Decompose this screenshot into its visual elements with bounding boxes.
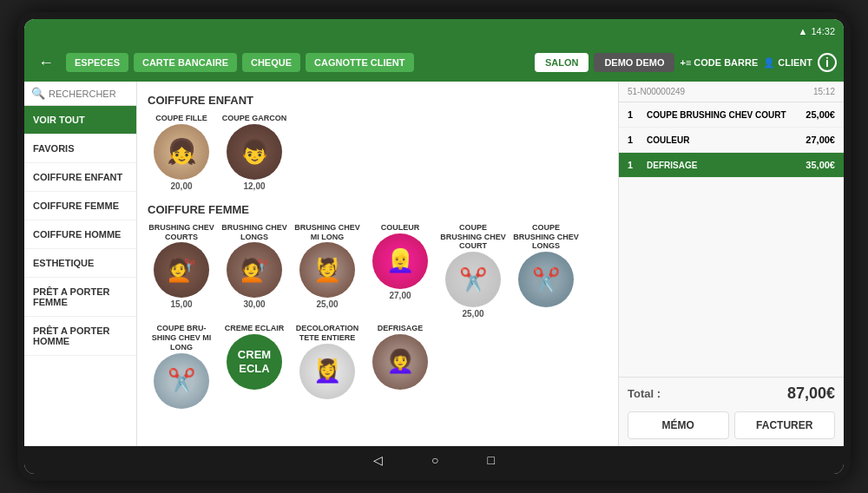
product-img-deco: 💆‍♀️ <box>299 344 355 399</box>
product-price-brushing-courts: 15,00 <box>170 299 192 309</box>
facturer-button[interactable]: FACTURER <box>734 411 836 439</box>
product-label-brushing-milong: BRUSHING CHEV MI LONG <box>293 223 361 242</box>
client-button[interactable]: 👤 CLIENT <box>763 57 812 69</box>
cart-items: 1 COUPE BRUSHING CHEV COURT 25,00€ 1 COU… <box>619 102 844 377</box>
product-label-brushing-courts: BRUSHING CHEV COURTS <box>148 223 215 242</box>
category-enfant-title: COIFFURE ENFANT <box>148 94 608 107</box>
product-label-cbl: COUPE BRUSHING CHEV LONGS <box>512 223 580 251</box>
sidebar-item-coiffure-femme[interactable]: COIFFURE FEMME <box>24 192 136 220</box>
product-defrisage[interactable]: DEFRISAGE 👩‍🦱 <box>366 324 434 410</box>
product-img-brushing-milong: 💆 <box>299 242 355 298</box>
android-nav: ◁ ○ □ <box>24 446 844 474</box>
cart-item-1[interactable]: 1 COULEUR 27,00€ <box>619 128 844 153</box>
pay-especes-button[interactable]: ESPECES <box>66 53 128 72</box>
cart-order-time: 15:12 <box>813 87 835 96</box>
salon-button[interactable]: SALON <box>535 53 589 72</box>
search-input[interactable] <box>49 89 118 99</box>
cart-order-id: 51-N00000249 <box>628 87 685 96</box>
product-label-1: COUPE GARCON <box>222 114 287 123</box>
product-couleur[interactable]: COULEUR 👱‍♀️ 27,00 <box>366 223 434 319</box>
product-label-couleur: COULEUR <box>381 223 420 233</box>
product-brushing-longs[interactable]: BRUSHING CHEV LONGS 💇 30,00 <box>220 223 288 319</box>
product-img-brushing-longs: 💇 <box>227 242 282 298</box>
main-content: 🔍 VOIR TOUT FAVORIS COIFFURE ENFANT COIF… <box>24 82 844 446</box>
product-label-creme: CREME ECLAIR <box>225 324 285 333</box>
creme-text: CREMECLA <box>238 348 271 375</box>
product-price-couleur: 27,00 <box>389 291 411 300</box>
product-img-coupe-garcon: 👦 <box>227 124 282 180</box>
cart-qty-2: 1 <box>628 160 641 170</box>
product-label-cbm: COUPE BRU-SHING CHEV MI LONG <box>148 324 215 352</box>
client-label: CLIENT <box>778 57 812 68</box>
cart-price-1: 27,00€ <box>806 135 835 145</box>
cart-total-amount: 87,00€ <box>787 385 835 403</box>
cart-qty-1: 1 <box>628 135 641 145</box>
cart-total: Total : 87,00€ <box>628 385 835 403</box>
android-back-button[interactable]: ◁ <box>366 450 390 470</box>
tablet-frame: ▲ 14:32 ← ESPECES CARTE BANCAIRE CHEQUE … <box>17 12 851 481</box>
user-icon: 👤 <box>763 57 775 69</box>
product-decoloration[interactable]: DECOLORATION TETE ENTIERE 💆‍♀️ <box>293 324 361 410</box>
cart-name-0: COUPE BRUSHING CHEV COURT <box>647 110 806 120</box>
status-time: 14:32 <box>811 26 835 36</box>
sidebar-item-pret-femme[interactable]: PRÊT A PORTER FEMME <box>24 278 136 317</box>
product-coupe-brushing-longs[interactable]: COUPE BRUSHING CHEV LONGS ✂️ <box>512 223 580 319</box>
sidebar-item-coiffure-homme[interactable]: COIFFURE HOMME <box>24 220 136 249</box>
sidebar-item-favoris[interactable]: FAVORIS <box>24 135 136 163</box>
product-price-coupe-garcon: 12,00 <box>243 181 265 191</box>
memo-button[interactable]: MÉMO <box>628 411 729 439</box>
barcode-plus-icon: +≡ <box>680 57 691 68</box>
sidebar-items: VOIR TOUT FAVORIS COIFFURE ENFANT COIFFU… <box>24 106 136 446</box>
product-price-cbc: 25,00 <box>462 309 483 319</box>
product-coupe-brushing-court[interactable]: COUPE BRUSHING CHEV COURT ✂️ 25,00 <box>439 223 507 319</box>
android-recent-button[interactable]: □ <box>481 450 502 470</box>
product-label-cbc: COUPE BRUSHING CHEV COURT <box>439 223 507 251</box>
product-price-coupe-fille: 20,00 <box>170 181 192 191</box>
pay-carte-button[interactable]: CARTE BANCAIRE <box>134 53 237 72</box>
product-brushing-courts[interactable]: BRUSHING CHEV COURTS 💇 15,00 <box>148 223 215 319</box>
product-label-defrisage: DEFRISAGE <box>378 324 424 333</box>
products-grid-enfant: COUPE FILLE 👧 20,00 COUPE GARCON 👦 12,00 <box>148 114 608 191</box>
cart-footer: Total : 87,00€ MÉMO FACTURER <box>619 377 844 446</box>
product-img-cbm: ✂️ <box>154 353 209 409</box>
product-brushing-milong[interactable]: BRUSHING CHEV MI LONG 💆 25,00 <box>293 223 361 319</box>
product-img-defrisage: 👩‍🦱 <box>372 334 428 390</box>
cart-qty-0: 1 <box>628 109 641 120</box>
products-area: COIFFURE ENFANT COUPE FILLE 👧 20,00 COUP… <box>137 82 618 446</box>
cart-header: 51-N00000249 15:12 <box>619 82 844 102</box>
back-button[interactable]: ← <box>31 50 61 76</box>
sidebar-item-pret-homme[interactable]: PRÊT A PORTER HOMME <box>24 317 136 356</box>
top-nav: ← ESPECES CARTE BANCAIRE CHEQUE CAGNOTTE… <box>24 43 844 82</box>
product-coupe-bru-mi[interactable]: COUPE BRU-SHING CHEV MI LONG ✂️ <box>148 324 215 410</box>
cart-actions: MÉMO FACTURER <box>628 411 835 439</box>
pay-cagnotte-button[interactable]: CAGNOTTE CLIENT <box>306 53 414 72</box>
android-home-button[interactable]: ○ <box>424 450 445 470</box>
product-img-couleur: 👱‍♀️ <box>372 233 428 289</box>
cart-name-1: COULEUR <box>647 135 806 145</box>
cart-item-2[interactable]: 1 DEFRISAGE 35,00€ <box>619 153 844 178</box>
sidebar-item-esthetique[interactable]: ESTHETIQUE <box>24 249 136 278</box>
product-label-deco: DECOLORATION TETE ENTIERE <box>293 324 361 343</box>
demo-button[interactable]: DEMO DEMO <box>594 53 674 72</box>
product-img-coupe-fille: 👧 <box>154 124 209 180</box>
sidebar-item-coiffure-enfant[interactable]: COIFFURE ENFANT <box>24 163 136 192</box>
sidebar: 🔍 VOIR TOUT FAVORIS COIFFURE ENFANT COIF… <box>24 82 137 446</box>
tablet-screen: ▲ 14:32 ← ESPECES CARTE BANCAIRE CHEQUE … <box>24 19 844 474</box>
cart-item-0[interactable]: 1 COUPE BRUSHING CHEV COURT 25,00€ <box>619 102 844 128</box>
product-img-creme: CREMECLA <box>227 334 282 390</box>
product-img-brushing-courts: 💇 <box>154 242 209 298</box>
product-coupe-garcon[interactable]: COUPE GARCON 👦 12,00 <box>220 114 288 191</box>
sidebar-item-voir-tout[interactable]: VOIR TOUT <box>24 106 136 135</box>
info-button[interactable]: i <box>818 53 837 72</box>
wifi-icon: ▲ <box>799 26 808 36</box>
barcode-button[interactable]: +≡ CODE BARRE <box>680 57 758 68</box>
search-box: 🔍 <box>24 82 136 106</box>
pay-cheque-button[interactable]: CHEQUE <box>242 53 300 72</box>
status-bar: ▲ 14:32 <box>24 19 844 43</box>
cart-area: 51-N00000249 15:12 1 COUPE BRUSHING CHEV… <box>618 82 844 446</box>
search-icon: 🔍 <box>31 87 45 100</box>
product-coupe-fille[interactable]: COUPE FILLE 👧 20,00 <box>148 114 215 191</box>
cart-total-label: Total : <box>628 387 661 400</box>
product-price-brushing-milong: 25,00 <box>316 299 338 309</box>
product-creme-eclair[interactable]: CREME ECLAIR CREMECLA <box>220 324 288 410</box>
